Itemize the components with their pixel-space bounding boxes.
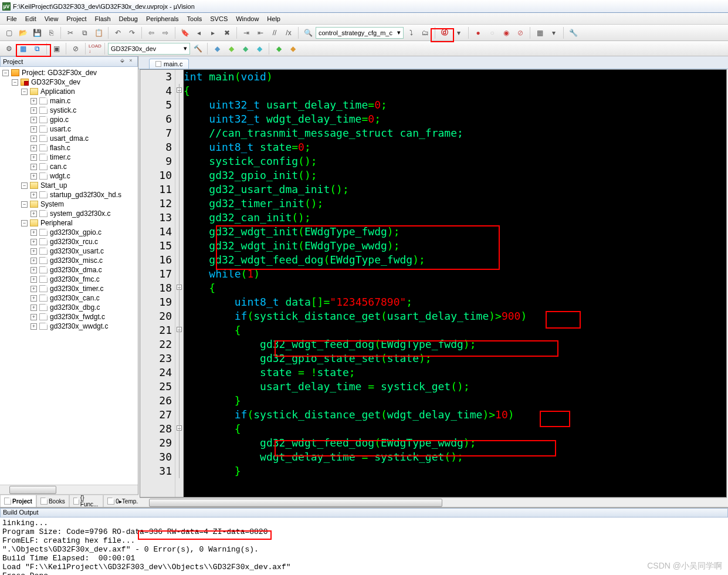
- breakpoint-icon[interactable]: ●: [472, 26, 485, 39]
- menu-debug[interactable]: Debug: [115, 14, 142, 23]
- menu-edit[interactable]: Edit: [21, 14, 40, 23]
- tree-file-wdgt-c[interactable]: +wdgt.c: [0, 171, 138, 181]
- tree-file-gd32f30x_usart-c[interactable]: +gd32f30x_usart.c: [0, 246, 138, 256]
- open-file-icon[interactable]: 📂: [16, 26, 29, 39]
- stop-build-icon[interactable]: ⊘: [69, 42, 82, 55]
- tree-group-application[interactable]: −Application: [0, 87, 138, 96]
- tree-file-gd32f30x_rcu-c[interactable]: +gd32f30x_rcu.c: [0, 237, 138, 246]
- tree-file-gpio-c[interactable]: +gpio.c: [0, 115, 138, 124]
- new-file-icon[interactable]: ▢: [2, 26, 15, 39]
- menu-flash[interactable]: Flash: [91, 14, 115, 23]
- tree-file-gd32f30x_misc-c[interactable]: +gd32f30x_misc.c: [0, 256, 138, 265]
- editor-hscroll[interactable]: [140, 498, 727, 507]
- tree-group-system[interactable]: −System: [0, 199, 138, 209]
- bookmark-prev-icon[interactable]: ◂: [192, 26, 205, 39]
- tree-target[interactable]: −GD32F30x_dev: [0, 77, 138, 87]
- breakpoint-kill-icon[interactable]: ◉: [500, 26, 513, 39]
- file-icon: [155, 61, 161, 67]
- rte-pack3-icon[interactable]: ◆: [253, 42, 266, 55]
- save-icon[interactable]: 💾: [31, 26, 43, 39]
- main-toolbar: ▢ 📂 💾 ⎘ ✂ ⧉ 📋 ↶ ↷ ⇦ ⇨ 🔖 ◂ ▸ ✖ ⇥ ⇤ // /x …: [0, 25, 728, 41]
- editor-tab-bar: main.c: [138, 56, 728, 69]
- rte-pack5-icon[interactable]: ◆: [286, 42, 299, 55]
- panel-pin-icon[interactable]: ⬙: [118, 58, 126, 66]
- main-area: Project ⬙ × −Project: GD32F30x_dev−GD32F…: [0, 56, 728, 507]
- breakpoint-disable-icon[interactable]: ○: [486, 26, 499, 39]
- batch-build-icon[interactable]: ▣: [50, 42, 63, 55]
- tree-project-root[interactable]: −Project: GD32F30x_dev: [0, 68, 138, 77]
- tree-file-systick-c[interactable]: +systick.c: [0, 106, 138, 115]
- window-layout-icon[interactable]: ▦: [533, 26, 546, 39]
- build-output-title: Build Output: [0, 508, 728, 518]
- find-combo[interactable]: control_strategy_cfg_m_c▾: [316, 27, 404, 39]
- translate-icon[interactable]: ⚙: [2, 42, 15, 55]
- project-tab-0[interactable]: Project: [0, 495, 36, 507]
- tree-file-timer-c[interactable]: +timer.c: [0, 153, 138, 162]
- project-tree[interactable]: −Project: GD32F30x_dev−GD32F30x_dev−Appl…: [0, 67, 138, 485]
- debug-dropdown-icon[interactable]: ▾: [452, 26, 465, 39]
- tree-file-gd32f30x_gpio-c[interactable]: +gd32f30x_gpio.c: [0, 228, 138, 237]
- tree-file-gd32f30x_timer-c[interactable]: +gd32f30x_timer.c: [0, 284, 138, 293]
- menu-view[interactable]: View: [40, 14, 63, 23]
- paste-icon[interactable]: 📋: [92, 26, 105, 39]
- highlight-code_box3: [275, 440, 556, 456]
- download-icon[interactable]: LOAD↓: [89, 42, 101, 55]
- bookmark-icon[interactable]: 🔖: [178, 26, 191, 39]
- menu-project[interactable]: Project: [62, 14, 90, 23]
- rte-pack4-icon[interactable]: ◆: [272, 42, 285, 55]
- find-icon[interactable]: 🔍: [302, 26, 314, 39]
- tree-file-startup_gd32f30x_hd-s[interactable]: +startup_gd32f30x_hd.s: [0, 190, 138, 199]
- rte-pack1-icon[interactable]: ◆: [225, 42, 238, 55]
- outdent-icon[interactable]: ⇤: [254, 26, 267, 39]
- tree-file-gd32f30x_fmc-c[interactable]: +gd32f30x_fmc.c: [0, 275, 138, 284]
- manage-rte-icon[interactable]: ◆: [211, 42, 224, 55]
- tree-file-usart-c[interactable]: +usart.c: [0, 124, 138, 134]
- menu-svcs[interactable]: SVCS: [206, 14, 232, 23]
- find-next-icon[interactable]: ⤵: [405, 26, 418, 39]
- cut-icon[interactable]: ✂: [64, 26, 77, 39]
- bookmark-clear-icon[interactable]: ✖: [221, 26, 233, 39]
- indent-icon[interactable]: ⇥: [240, 26, 253, 39]
- copy-icon[interactable]: ⧉: [78, 26, 91, 39]
- project-tab-1[interactable]: Books: [36, 495, 69, 507]
- nav-back-icon[interactable]: ⇦: [145, 26, 158, 39]
- tree-file-flash-c[interactable]: +flash.c: [0, 143, 138, 153]
- tree-file-gd32f30x_dma-c[interactable]: +gd32f30x_dma.c: [0, 265, 138, 275]
- menu-tools[interactable]: Tools: [183, 14, 206, 23]
- editor-tab-mainc[interactable]: main.c: [149, 59, 189, 69]
- menu-help[interactable]: Help: [263, 14, 285, 23]
- options-icon[interactable]: 🔨: [191, 42, 204, 55]
- rte-pack2-icon[interactable]: ◆: [239, 42, 252, 55]
- project-hscroll[interactable]: [0, 485, 138, 494]
- tree-file-gd32f30x_wwdgt-c[interactable]: +gd32f30x_wwdgt.c: [0, 322, 138, 331]
- project-tab-2[interactable]: {} Func...: [69, 495, 104, 507]
- panel-close-icon[interactable]: ×: [127, 58, 135, 66]
- target-select-combo[interactable]: GD32F30x_dev▾: [108, 43, 190, 55]
- tree-group-peripheral[interactable]: −Peripheral: [0, 218, 138, 228]
- menu-file[interactable]: File: [2, 14, 21, 23]
- redo-icon[interactable]: ↷: [126, 26, 138, 39]
- undo-icon[interactable]: ↶: [111, 26, 124, 39]
- tree-file-can-c[interactable]: +can.c: [0, 162, 138, 171]
- tree-file-usart_dma-c[interactable]: +usart_dma.c: [0, 134, 138, 143]
- window-title: F:\KeilProject\GD32F303_dev\GD32F30x_dev…: [13, 3, 195, 10]
- breakpoint-skip-icon[interactable]: ⊘: [514, 26, 527, 39]
- tree-file-gd32f30x_fwdgt-c[interactable]: +gd32f30x_fwdgt.c: [0, 312, 138, 322]
- build-output-text[interactable]: linking... Program Size: Code=9796 RO-da…: [0, 518, 728, 575]
- tree-file-system_gd32f30x-c[interactable]: +system_gd32f30x.c: [0, 209, 138, 218]
- nav-fwd-icon[interactable]: ⇨: [159, 26, 172, 39]
- menu-peripherals[interactable]: Peripherals: [142, 14, 183, 23]
- tree-file-gd32f30x_can-c[interactable]: +gd32f30x_can.c: [0, 293, 138, 303]
- configure-icon[interactable]: 🔧: [567, 26, 580, 39]
- tree-file-main-c[interactable]: +main.c: [0, 96, 138, 106]
- code-editor[interactable]: int main(void){ uint32_t usart_delay_tim…: [140, 69, 727, 498]
- menu-window[interactable]: Window: [232, 14, 263, 23]
- bookmark-next-icon[interactable]: ▸: [206, 26, 219, 39]
- find-in-files-icon[interactable]: 🗂: [419, 26, 432, 39]
- comment-icon[interactable]: //: [268, 26, 281, 39]
- tree-file-gd32f30x_dbg-c[interactable]: +gd32f30x_dbg.c: [0, 303, 138, 312]
- window-dropdown-icon[interactable]: ▾: [547, 26, 560, 39]
- tree-group-start_up[interactable]: −Start_up: [0, 181, 138, 190]
- uncomment-icon[interactable]: /x: [282, 26, 295, 39]
- save-all-icon[interactable]: ⎘: [45, 26, 57, 39]
